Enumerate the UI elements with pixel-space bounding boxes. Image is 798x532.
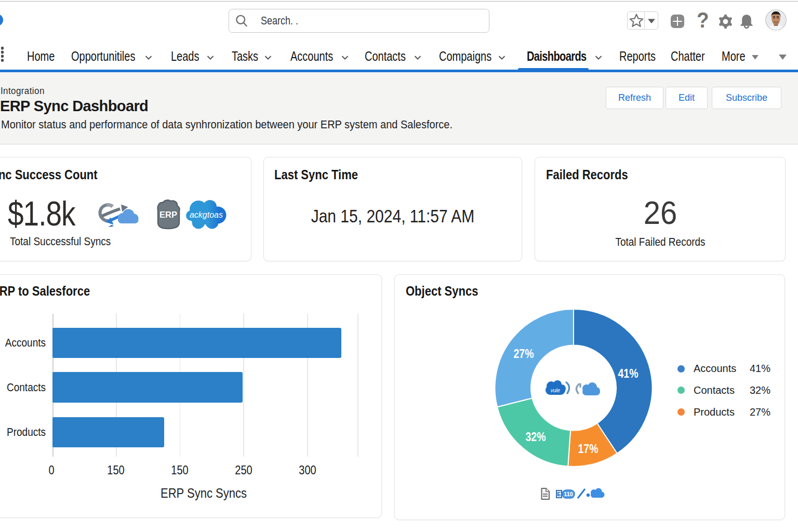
svg-text:vule: vule	[551, 388, 561, 393]
svg-text:110: 110	[564, 491, 573, 497]
svg-text:ackgtoas: ackgtoas	[190, 210, 223, 219]
svg-text:E: E	[557, 491, 561, 497]
svg-text:ERP: ERP	[159, 210, 177, 219]
